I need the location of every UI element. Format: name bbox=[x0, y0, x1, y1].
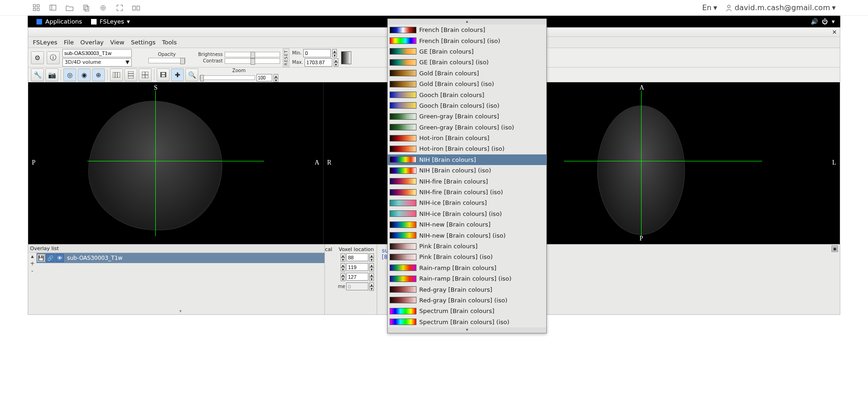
movie-mode-button[interactable]: 🎞 bbox=[157, 68, 170, 81]
colormap-option[interactable]: Hot-iron [Brain colours] (iso) bbox=[388, 143, 546, 154]
view-settings-button[interactable]: 🔧 bbox=[31, 68, 44, 81]
colormap-option[interactable]: Spectrum [Brain colours] (iso) bbox=[388, 317, 546, 327]
expand-icon[interactable] bbox=[116, 4, 124, 12]
menu-overlay[interactable]: Overlay bbox=[80, 39, 104, 46]
colormap-option[interactable]: Green-gray [Brain colours] (iso) bbox=[388, 122, 546, 133]
toggle-labels-button[interactable]: ◉ bbox=[78, 68, 91, 81]
window-close-button[interactable]: ✕ bbox=[832, 29, 837, 36]
menu-file[interactable]: File bbox=[64, 39, 74, 46]
overlay-name-input[interactable] bbox=[62, 49, 132, 57]
display-max-input[interactable] bbox=[305, 58, 332, 67]
colormap-option[interactable]: Rain-ramp [Brain colours] bbox=[388, 263, 546, 273]
colormap-option[interactable]: NIH-ice [Brain colours] (iso) bbox=[388, 209, 546, 219]
menu-settings[interactable]: Settings bbox=[131, 39, 155, 46]
volume-input[interactable] bbox=[346, 282, 368, 290]
panel-icon[interactable] bbox=[49, 4, 57, 12]
colormap-option[interactable]: French [Brain colours] (iso) bbox=[388, 35, 546, 46]
colormap-option[interactable]: Spectrum [Brain colours] bbox=[388, 306, 546, 316]
save-icon[interactable]: 💾 bbox=[37, 254, 45, 262]
colormap-option[interactable]: GE [Brain colours] bbox=[388, 46, 546, 57]
colormap-option[interactable]: French [Brain colours] bbox=[388, 25, 546, 35]
colormap-option[interactable]: NIH-fire [Brain colours] (iso) bbox=[388, 187, 546, 197]
world-z-spinner[interactable]: ▲▼ bbox=[341, 273, 345, 281]
colormap-option[interactable]: NIH [Brain colours] bbox=[388, 154, 546, 165]
applications-menu[interactable]: Applications bbox=[31, 17, 86, 26]
colormap-label: Spectrum [Brain colours] (iso) bbox=[419, 319, 509, 325]
colormap-option[interactable]: NIH-new [Brain colours] bbox=[388, 219, 546, 230]
pan-button[interactable]: ✚ bbox=[171, 68, 184, 81]
colormap-option[interactable]: NIH-ice [Brain colours] bbox=[388, 197, 546, 208]
min-spinner[interactable]: ▲▼ bbox=[332, 49, 337, 57]
toggle-cursor-button[interactable]: ◎ bbox=[63, 68, 76, 81]
voxel-z-input[interactable] bbox=[346, 273, 368, 281]
colormap-option[interactable]: GE [Brain colours] (iso) bbox=[388, 57, 546, 68]
colormap-option[interactable]: Gooch [Brain colours] (iso) bbox=[388, 100, 546, 111]
voxel-y-spinner[interactable]: ▲▼ bbox=[369, 263, 374, 271]
menu-tools[interactable]: Tools bbox=[162, 39, 177, 46]
overlay-settings-button[interactable]: ⚙ bbox=[31, 51, 44, 64]
layout-horizontal-button[interactable] bbox=[110, 68, 123, 81]
link-icon[interactable]: 🔗 bbox=[46, 254, 55, 262]
zoom-tool-button[interactable]: 🔍 bbox=[185, 68, 198, 81]
sagittal-pane[interactable]: S P A bbox=[28, 82, 324, 244]
toggle-location-button[interactable]: ⊕ bbox=[92, 68, 105, 81]
overlay-add-button[interactable]: + bbox=[30, 260, 35, 267]
voxel-x-spinner[interactable]: ▲▼ bbox=[369, 253, 374, 261]
zoom-spinner[interactable]: ▲▼ bbox=[274, 74, 278, 81]
scroll-down-indicator[interactable]: ▾ bbox=[388, 327, 546, 333]
layout-vertical-button[interactable] bbox=[124, 68, 137, 81]
voxel-y-input[interactable] bbox=[346, 263, 368, 271]
colormap-option[interactable]: Red-gray [Brain colours] bbox=[388, 284, 546, 295]
overlay-list-item[interactable]: 💾 🔗 👁 sub-OAS30003_T1w bbox=[37, 253, 324, 263]
zoom-slider[interactable] bbox=[200, 75, 255, 80]
world-x-spinner[interactable]: ▲▼ bbox=[341, 253, 345, 261]
panel-close-button[interactable]: ▣ bbox=[831, 246, 838, 252]
menu-view[interactable]: View bbox=[110, 39, 124, 46]
colormap-option[interactable]: Red-gray [Brain colours] (iso) bbox=[388, 295, 546, 306]
chevron-down-icon[interactable]: ▾ bbox=[831, 18, 835, 25]
colormap-option[interactable]: Hot-iron [Brain colours] bbox=[388, 133, 546, 143]
reset-display-button[interactable]: RESET bbox=[283, 49, 289, 67]
colormap-option[interactable]: NIH [Brain colours] (iso) bbox=[388, 165, 546, 176]
colormap-option[interactable]: Pink [Brain colours] (iso) bbox=[388, 252, 546, 262]
taskbar-app-fsleyes[interactable]: FSLeyes ▾ bbox=[86, 17, 134, 26]
zoom-input[interactable] bbox=[257, 74, 272, 81]
settings-icon[interactable] bbox=[99, 4, 107, 12]
screenshot-button[interactable]: 📷 bbox=[45, 68, 58, 81]
snap-icon[interactable] bbox=[132, 4, 141, 12]
voxel-z-spinner[interactable]: ▲▼ bbox=[369, 273, 374, 281]
user-menu[interactable]: david.m.cash@gmail.com ▾ bbox=[725, 3, 836, 12]
max-spinner[interactable]: ▲▼ bbox=[334, 58, 338, 67]
colormap-option[interactable]: Green-gray [Brain colours] bbox=[388, 111, 546, 122]
colormap-button[interactable] bbox=[341, 51, 351, 64]
contrast-slider[interactable] bbox=[225, 58, 280, 64]
visibility-icon[interactable]: 👁 bbox=[55, 254, 64, 262]
layout-grid-button[interactable] bbox=[139, 68, 152, 81]
overlay-up-button[interactable]: ▴ bbox=[31, 253, 34, 259]
voxel-x-input[interactable] bbox=[346, 253, 368, 261]
colormap-option[interactable]: Gold [Brain colours] (iso) bbox=[388, 79, 546, 89]
colormap-option[interactable]: NIH-fire [Brain colours] bbox=[388, 176, 546, 186]
menu-fsleyes[interactable]: FSLeyes bbox=[33, 39, 57, 46]
copy-icon[interactable] bbox=[82, 4, 91, 12]
scroll-up-indicator[interactable]: ▴ bbox=[388, 19, 546, 25]
overlay-remove-button[interactable]: - bbox=[31, 268, 33, 274]
colormap-option[interactable]: Pink [Brain colours] bbox=[388, 241, 546, 252]
brightness-slider[interactable] bbox=[225, 52, 280, 57]
grid-icon[interactable] bbox=[32, 4, 41, 12]
folder-open-icon[interactable] bbox=[66, 4, 74, 12]
volume-spinner[interactable]: ▲▼ bbox=[369, 282, 374, 290]
volume-icon[interactable]: 🔊 bbox=[811, 18, 818, 25]
render-mode-select[interactable]: 3D/4D volume▼ bbox=[62, 58, 132, 67]
colormap-option[interactable]: Gooch [Brain colours] bbox=[388, 89, 546, 100]
colormap-option[interactable]: Gold [Brain colours] bbox=[388, 68, 546, 79]
opacity-slider[interactable] bbox=[148, 58, 185, 63]
power-icon[interactable]: ⏻ bbox=[822, 18, 828, 25]
colormap-option[interactable]: Rain-ramp [Brain colours] (iso) bbox=[388, 273, 546, 284]
world-y-spinner[interactable]: ▲▼ bbox=[341, 263, 345, 271]
overlay-info-button[interactable]: ⓘ bbox=[47, 51, 60, 64]
language-indicator[interactable]: En ▾ bbox=[702, 3, 717, 12]
colormap-option[interactable]: NIH-new [Brain colours] (iso) bbox=[388, 230, 546, 240]
display-min-input[interactable] bbox=[303, 49, 331, 57]
colormap-dropdown[interactable]: ▴ French [Brain colours]French [Brain co… bbox=[387, 18, 547, 333]
